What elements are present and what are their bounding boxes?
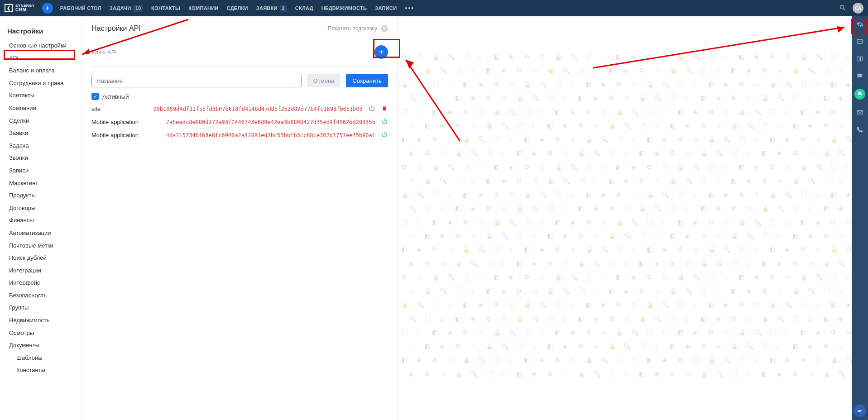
sidebar-item[interactable]: Звонки [0,152,82,164]
power-icon[interactable] [381,131,388,139]
sidebar-subitem[interactable]: Константы [0,364,82,377]
nav-item-недвижимость[interactable]: НЕДВИЖИМОСТЬ [321,5,367,11]
svg-text:⚙: ⚙ [616,191,622,198]
svg-text:☺: ☺ [539,53,546,60]
svg-text:◧: ◧ [516,150,522,157]
phone-icon[interactable] [855,125,864,134]
svg-text:📄: 📄 [792,205,800,212]
svg-text:⌂: ⌂ [654,343,658,350]
svg-text:⚙: ⚙ [524,53,530,60]
svg-text:🔒: 🔒 [769,191,777,199]
svg-text:⌂: ⌂ [723,274,727,281]
svg-text:🔍: 🔍 [815,53,823,61]
sidebar-item[interactable]: Задача [0,139,82,152]
nav-item-заявки[interactable]: ЗАЯВКИ2 [256,5,287,12]
svg-text:◈: ◈ [662,357,667,363]
avatar[interactable]: CA [853,3,863,14]
chat-icon[interactable] [855,72,864,81]
svg-text:🔒: 🔒 [609,343,616,350]
power-icon[interactable] [381,118,388,126]
svg-text:☺: ☺ [447,357,454,363]
svg-text:◈: ◈ [846,81,851,88]
sidebar-item[interactable]: Почтовые метки [0,239,82,252]
nav-item-сделки[interactable]: СДЕЛКИ [227,5,248,11]
svg-text:⌂: ⌂ [808,315,811,322]
trash-icon[interactable] [381,105,388,113]
help-bubble-icon[interactable] [854,405,866,417]
nav-item-контакты[interactable]: КОНТАКТЫ [151,5,180,11]
svg-text:📄: 📄 [769,329,777,336]
nav-more-icon[interactable]: ••• [405,5,414,12]
sidebar-item[interactable]: Автоматизации [0,227,82,239]
svg-text:◈: ◈ [593,95,598,101]
svg-text:⚙: ⚙ [830,219,836,226]
sidebar-item[interactable]: Безопасность [0,289,82,302]
nav-item-склад[interactable]: СКЛАД [295,5,313,11]
sidebar-item[interactable]: Основные настройки [0,39,82,52]
top-header: ❮ SYNERGY CRM + РАБОЧИЙ СТОЛЗАДАЧИ10КОНТ… [0,0,868,16]
svg-text:🔒: 🔒 [792,177,800,185]
book-icon[interactable] [855,54,864,63]
svg-text:🔍: 🔍 [570,273,578,281]
sidebar-item[interactable]: API [0,52,82,65]
active-checkbox[interactable]: ✓ [91,93,99,100]
sidebar-item[interactable]: Баланс и оплата [0,64,82,77]
save-button[interactable]: Сохранить [346,74,388,87]
svg-text:🔍: 🔍 [723,246,731,253]
sidebar-item[interactable]: Сотрудники и права [0,77,82,90]
power-icon[interactable] [368,105,375,113]
svg-text:◧: ◧ [708,81,714,88]
sidebar-item[interactable]: Договоры [0,202,82,215]
cancel-button[interactable]: Отмена [307,74,341,87]
key-name-input[interactable] [91,74,302,87]
svg-text:⚙: ⚙ [424,371,430,377]
sidebar-item[interactable]: Маркетинг [0,177,82,190]
sidebar-item[interactable]: Документы [0,339,82,352]
nav-item-задачи[interactable]: ЗАДАЧИ10 [110,5,143,12]
svg-text:◧: ◧ [455,205,461,212]
nav-item-компании[interactable]: КОМПАНИИ [188,5,218,11]
logo[interactable]: ❮ SYNERGY CRM [5,4,35,12]
sidebar-item[interactable]: Записи [0,164,82,177]
sidebar-subitem[interactable]: Шаблоны [0,352,82,364]
svg-text:☺: ☺ [754,191,760,198]
sidebar-item[interactable]: Продукты [0,189,82,202]
svg-text:⌂: ⌂ [785,219,788,226]
bell-icon[interactable] [854,89,865,100]
sidebar-item[interactable]: Недвижимость [0,314,82,327]
svg-text:◧: ◧ [739,53,744,60]
sidebar-item[interactable]: Осмотры [0,327,82,339]
search-icon[interactable] [839,4,846,13]
nav-item-записи[interactable]: ЗАПИСИ [375,5,397,11]
sidebar-item[interactable]: Сделки [0,115,82,127]
svg-text:◧: ◧ [823,315,829,322]
nav-item-рабочий стол[interactable]: РАБОЧИЙ СТОЛ [60,5,101,11]
svg-text:◈: ◈ [417,357,422,363]
add-key-button[interactable]: + [374,45,388,59]
svg-text:🔒: 🔒 [830,356,838,364]
sidebar-item[interactable]: Поиск дублей [0,252,82,264]
svg-text:☺: ☺ [716,343,722,350]
svg-text:🔒: 🔒 [578,149,585,157]
mail-icon[interactable] [855,108,864,117]
svg-text:◧: ◧ [555,329,561,336]
svg-text:⌂: ⌂ [662,109,666,115]
svg-text:🔒: 🔒 [647,81,654,88]
svg-text:◈: ◈ [693,329,698,336]
gear-icon[interactable] [855,20,864,29]
sidebar-item[interactable]: Контакты [0,89,82,102]
svg-text:⌂: ⌂ [716,177,719,184]
sidebar-item[interactable]: Группы [0,301,82,314]
sidebar-item[interactable]: Интеграции [0,264,82,277]
svg-text:◧: ◧ [800,219,806,226]
sidebar-item[interactable]: Интерфейс [0,277,82,289]
header-add-button[interactable]: + [42,3,53,14]
sidebar-item[interactable]: Финансы [0,214,82,227]
svg-text:◈: ◈ [593,205,598,212]
sidebar-item[interactable]: Заявки [0,127,82,139]
sidebar-item[interactable]: Компании [0,102,82,115]
card-icon[interactable] [855,37,864,46]
svg-text:⌂: ⌂ [501,371,505,377]
svg-text:🔍: 🔍 [470,149,478,157]
show-hint-link[interactable]: Показать подсказку ? [328,25,388,32]
